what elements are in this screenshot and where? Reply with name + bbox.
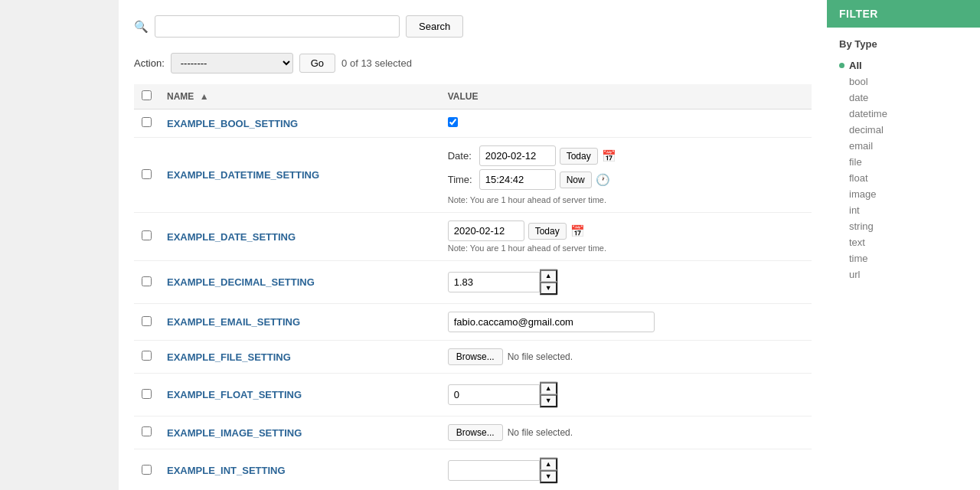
no-file-label: No file selected. [508,427,573,438]
setting-value [440,109,812,138]
filter-type-label: image [849,188,876,200]
empty-dot [839,207,844,213]
filter-type-item[interactable]: int [839,202,968,218]
active-dot [839,63,844,68]
browse-button[interactable]: Browse... [448,348,503,365]
date-field[interactable] [479,145,556,166]
setting-name[interactable]: EXAMPLE_INT_SETTING [159,449,440,491]
sort-arrow-icon: ▲ [200,91,209,102]
date-label: Date: [448,150,475,162]
filter-type-item[interactable]: float [839,170,968,186]
filter-type-label: time [849,253,868,264]
action-select[interactable]: -------- [171,53,293,74]
setting-name[interactable]: EXAMPLE_FLOAT_SETTING [159,374,440,416]
setting-name[interactable]: EXAMPLE_DATE_SETTING [159,213,440,261]
filter-by-type-label: By Type [839,38,968,50]
empty-dot [839,256,844,261]
filter-type-item[interactable]: image [839,186,968,202]
bool-checkbox[interactable] [448,117,458,127]
number-input[interactable] [448,384,540,405]
calendar-icon[interactable]: 📅 [570,224,585,238]
filter-sidebar: FILTER By Type Allbooldatedatetimedecima… [827,0,980,490]
date-field[interactable] [448,220,524,241]
filter-type-item[interactable]: string [839,218,968,234]
action-label: Action: [134,57,165,69]
row-checkbox[interactable] [142,351,152,361]
search-icon: 🔍 [134,20,149,34]
time-field[interactable] [479,169,556,190]
row-checkbox[interactable] [142,230,152,240]
filter-type-item[interactable]: url [839,266,968,283]
setting-value: Browse...No file selected. [440,341,812,374]
selected-count: 0 of 13 selected [341,57,412,69]
spinner-down-button[interactable]: ▼ [540,282,557,295]
empty-dot [839,224,844,229]
table-row: EXAMPLE_INT_SETTING▲▼ [134,449,812,491]
empty-dot [839,191,844,197]
setting-name[interactable]: EXAMPLE_FILE_SETTING [159,341,440,374]
filter-type-item[interactable]: All [839,57,968,74]
table-row: EXAMPLE_FLOAT_SETTING▲▼ [134,374,812,416]
row-checkbox[interactable] [142,169,152,179]
filter-type-label: date [849,92,868,103]
filter-type-item[interactable]: datetime [839,106,968,122]
calendar-icon[interactable]: 📅 [602,149,616,163]
browse-button[interactable]: Browse... [448,424,503,441]
setting-value [440,304,812,341]
filter-type-label: int [849,204,860,216]
select-all-checkbox[interactable] [142,90,152,100]
number-input[interactable] [448,460,540,481]
filter-type-item[interactable]: date [839,90,968,106]
filter-type-item[interactable]: bool [839,74,968,90]
row-checkbox[interactable] [142,316,152,326]
table-row: EXAMPLE_IMAGE_SETTINGBrowse...No file se… [134,416,812,449]
setting-value: Today📅Note: You are 1 hour ahead of serv… [440,213,812,261]
spinner-up-button[interactable]: ▲ [540,382,557,394]
now-button[interactable]: Now [560,172,592,188]
number-input[interactable] [448,272,540,292]
spinner-down-button[interactable]: ▼ [540,470,557,483]
time-label: Time: [448,174,475,185]
row-checkbox[interactable] [142,426,152,436]
table-row: EXAMPLE_DECIMAL_SETTING▲▼ [134,261,812,304]
spinner-down-button[interactable]: ▼ [540,394,557,407]
today-button[interactable]: Today [528,223,567,240]
email-input[interactable] [448,312,655,332]
table-row: EXAMPLE_FILE_SETTINGBrowse...No file sel… [134,341,812,374]
empty-dot [839,159,844,165]
filter-type-label: string [849,220,874,232]
setting-name[interactable]: EXAMPLE_DATETIME_SETTING [159,138,440,213]
setting-name[interactable]: EXAMPLE_IMAGE_SETTING [159,416,440,449]
header-name[interactable]: NAME ▲ [159,84,440,109]
filter-type-label: float [849,172,868,184]
filter-type-item[interactable]: time [839,250,968,266]
filter-type-label: bool [849,76,868,87]
spinner-up-button[interactable]: ▲ [540,270,557,282]
table-row: EXAMPLE_BOOL_SETTING [134,109,812,138]
filter-type-item[interactable]: decimal [839,122,968,138]
go-button[interactable]: Go [299,54,335,73]
today-button[interactable]: Today [560,148,598,165]
empty-dot [839,127,844,132]
spinner-up-button[interactable]: ▲ [540,458,557,470]
setting-value: ▲▼ [440,374,812,416]
setting-name[interactable]: EXAMPLE_BOOL_SETTING [159,109,440,138]
search-input[interactable] [155,15,400,38]
setting-name[interactable]: EXAMPLE_DECIMAL_SETTING [159,261,440,304]
filter-type-item[interactable]: text [839,234,968,250]
table-row: EXAMPLE_DATE_SETTINGToday📅Note: You are … [134,213,812,261]
row-checkbox[interactable] [142,389,152,399]
row-checkbox[interactable] [142,276,152,286]
server-time-note: Note: You are 1 hour ahead of server tim… [448,243,804,253]
row-checkbox[interactable] [142,465,152,475]
setting-name[interactable]: EXAMPLE_EMAIL_SETTING [159,304,440,341]
server-time-note: Note: You are 1 hour ahead of server tim… [448,195,804,204]
search-button[interactable]: Search [406,15,463,38]
filter-type-item[interactable]: email [839,138,968,154]
filter-type-label: datetime [849,108,887,119]
setting-value: ▲▼ [440,261,812,304]
row-checkbox[interactable] [142,117,152,127]
search-bar: 🔍 Search [134,15,812,38]
clock-icon[interactable]: 🕐 [596,173,610,187]
filter-type-item[interactable]: file [839,154,968,170]
